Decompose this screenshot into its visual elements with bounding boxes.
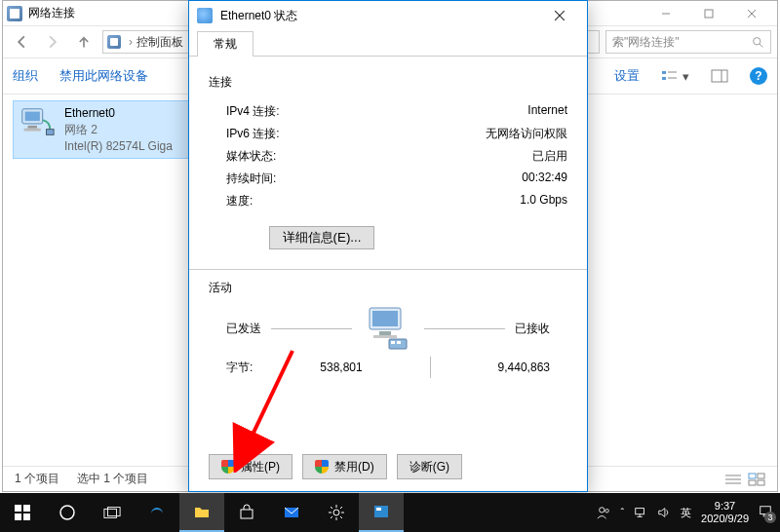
details-view-icon[interactable] bbox=[724, 473, 742, 486]
notification-badge: 3 bbox=[764, 512, 776, 523]
breadcrumb-segment[interactable]: 控制面板 bbox=[136, 34, 183, 51]
bytes-separator bbox=[430, 357, 431, 378]
properties-button[interactable]: 属性(P) bbox=[209, 454, 292, 479]
svg-rect-27 bbox=[372, 311, 398, 326]
adapter-device: Intel(R) 82574L Giga bbox=[64, 138, 173, 155]
people-icon[interactable] bbox=[597, 506, 610, 519]
toolbar-organize[interactable]: 组织 bbox=[13, 67, 38, 85]
diagnose-button[interactable]: 诊断(G) bbox=[397, 454, 462, 479]
media-state-label: 媒体状态: bbox=[226, 148, 276, 165]
svg-line-49 bbox=[340, 516, 342, 518]
dialog-title-icon bbox=[197, 8, 213, 23]
properties-label: 属性(P) bbox=[241, 459, 280, 475]
svg-point-38 bbox=[60, 506, 74, 519]
system-tray: ˆ 英 9:37 2020/9/29 3 bbox=[589, 500, 780, 525]
volume-tray-icon[interactable] bbox=[657, 506, 671, 519]
network-tray-icon[interactable] bbox=[634, 506, 647, 519]
dialog-tabs: 常规 bbox=[189, 30, 587, 57]
svg-line-50 bbox=[331, 516, 332, 518]
ime-indicator[interactable]: 英 bbox=[681, 506, 691, 520]
svg-rect-52 bbox=[374, 506, 388, 517]
svg-rect-20 bbox=[749, 474, 756, 478]
svg-rect-37 bbox=[23, 513, 30, 520]
svg-rect-22 bbox=[749, 480, 756, 485]
window-controls bbox=[644, 1, 773, 26]
bytes-row: 字节: 538,801 9,440,863 bbox=[209, 351, 567, 384]
active-app-icon[interactable] bbox=[359, 493, 404, 532]
svg-rect-31 bbox=[391, 341, 395, 344]
task-view-button[interactable] bbox=[90, 493, 135, 532]
file-explorer-icon[interactable] bbox=[179, 493, 224, 532]
svg-rect-34 bbox=[15, 505, 21, 512]
section-activity: 活动 bbox=[209, 280, 567, 296]
large-icons-view-icon[interactable] bbox=[748, 473, 765, 486]
shield-icon bbox=[221, 460, 235, 474]
cortana-button[interactable] bbox=[45, 493, 90, 532]
search-box[interactable]: 索"网络连接" bbox=[605, 30, 771, 54]
tray-chevron-icon[interactable]: ˆ bbox=[620, 507, 624, 518]
activity-monitor-icon bbox=[362, 306, 414, 351]
status-count: 1 个项目 bbox=[15, 471, 59, 487]
diagnose-label: 诊断(G) bbox=[410, 459, 449, 475]
nav-up-button[interactable] bbox=[71, 29, 97, 55]
dialog-titlebar: Ethernet0 状态 bbox=[189, 1, 587, 30]
svg-rect-15 bbox=[24, 129, 41, 132]
minimize-button[interactable] bbox=[644, 1, 687, 26]
activity-row: 已发送 已接收 bbox=[209, 306, 567, 351]
svg-line-48 bbox=[331, 507, 332, 509]
duration-value: 00:32:49 bbox=[522, 171, 567, 187]
view-options-button[interactable]: ▾ bbox=[661, 69, 689, 84]
svg-rect-13 bbox=[25, 112, 40, 122]
network-connections-icon bbox=[7, 6, 22, 21]
svg-rect-29 bbox=[373, 335, 397, 338]
status-selection: 选中 1 个项目 bbox=[77, 471, 148, 487]
dialog-body: 连接 IPv4 连接:Internet IPv6 连接:无网络访问权限 媒体状态… bbox=[189, 57, 587, 448]
svg-rect-41 bbox=[241, 510, 253, 518]
svg-rect-16 bbox=[47, 130, 55, 135]
toolbar-settings[interactable]: 设置 bbox=[614, 67, 640, 85]
svg-rect-21 bbox=[758, 474, 764, 478]
media-state-value: 已启用 bbox=[532, 148, 567, 165]
svg-rect-40 bbox=[108, 508, 121, 516]
clock-time: 9:37 bbox=[701, 500, 749, 513]
activity-line-right bbox=[424, 328, 505, 329]
activity-line-left bbox=[271, 328, 352, 329]
dialog-close-button[interactable] bbox=[540, 3, 579, 28]
clock[interactable]: 9:37 2020/9/29 bbox=[701, 500, 749, 525]
speed-value: 1.0 Gbps bbox=[520, 193, 567, 209]
dialog-title: Ethernet0 状态 bbox=[220, 8, 297, 24]
svg-rect-6 bbox=[662, 71, 666, 74]
svg-rect-32 bbox=[397, 341, 401, 344]
settings-icon[interactable] bbox=[314, 493, 359, 532]
svg-rect-10 bbox=[712, 70, 727, 82]
close-button[interactable] bbox=[730, 1, 773, 26]
ipv6-label: IPv6 连接: bbox=[226, 126, 280, 142]
received-label: 已接收 bbox=[515, 321, 550, 337]
bytes-received: 9,440,863 bbox=[498, 361, 550, 374]
ethernet-status-dialog: Ethernet0 状态 常规 连接 IPv4 连接:Internet IPv6… bbox=[188, 0, 588, 492]
svg-rect-53 bbox=[376, 508, 381, 511]
toolbar-disable-device[interactable]: 禁用此网络设备 bbox=[59, 67, 148, 85]
tab-general[interactable]: 常规 bbox=[197, 31, 254, 57]
svg-line-51 bbox=[340, 507, 342, 509]
preview-pane-button[interactable] bbox=[711, 69, 728, 83]
edge-icon[interactable] bbox=[135, 493, 179, 532]
taskbar: ˆ 英 9:37 2020/9/29 3 bbox=[0, 493, 780, 532]
start-button[interactable] bbox=[0, 493, 45, 532]
svg-rect-14 bbox=[28, 126, 38, 129]
action-center-icon[interactable]: 3 bbox=[759, 505, 772, 520]
maximize-button[interactable] bbox=[687, 1, 730, 26]
details-button[interactable]: 详细信息(E)... bbox=[269, 226, 374, 249]
disable-label: 禁用(D) bbox=[334, 459, 374, 475]
svg-point-55 bbox=[605, 510, 609, 513]
explorer-title: 网络连接 bbox=[28, 5, 75, 21]
store-icon[interactable] bbox=[224, 493, 269, 532]
nav-back-button[interactable] bbox=[9, 29, 34, 55]
svg-rect-39 bbox=[104, 509, 117, 517]
mail-icon[interactable] bbox=[269, 493, 314, 532]
disable-button[interactable]: 禁用(D) bbox=[302, 454, 387, 479]
help-icon[interactable]: ? bbox=[750, 67, 767, 85]
network-adapter-item[interactable]: Ethernet0 网络 2 Intel(R) 82574L Giga bbox=[13, 100, 208, 159]
nav-forward-button[interactable] bbox=[40, 29, 65, 55]
sent-label: 已发送 bbox=[226, 321, 261, 337]
